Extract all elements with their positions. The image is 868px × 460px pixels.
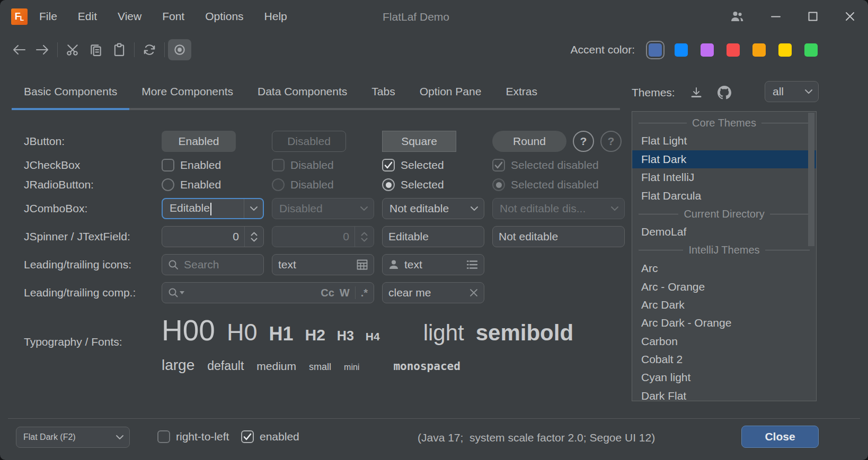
- github-icon[interactable]: [718, 86, 731, 100]
- back-button[interactable]: [7, 39, 31, 60]
- accent-color-swatch[interactable]: [701, 43, 714, 57]
- menu-view[interactable]: View: [118, 10, 141, 23]
- regex-button[interactable]: .*: [361, 287, 368, 299]
- round-button[interactable]: Round: [492, 131, 566, 152]
- editable-textfield[interactable]: Editable: [382, 226, 484, 247]
- checkbox-box[interactable]: [382, 159, 395, 172]
- checkbox-box: [272, 159, 285, 172]
- right-to-left-checkbox[interactable]: right-to-left: [157, 430, 229, 443]
- spinner[interactable]: 0: [162, 226, 264, 247]
- accent-color-swatch[interactable]: [778, 43, 792, 57]
- tab-option-pane[interactable]: Option Pane: [408, 75, 494, 108]
- textfield-value: text: [278, 258, 351, 271]
- accent-color-swatch[interactable]: [649, 43, 662, 57]
- spinner-arrows[interactable]: [244, 227, 263, 247]
- theme-item-cyan-light[interactable]: Cyan light: [632, 368, 816, 386]
- menu-options[interactable]: Options: [205, 10, 243, 23]
- checkbox-enabled[interactable]: Enabled: [162, 159, 264, 172]
- checkbox-selected[interactable]: Selected: [382, 159, 484, 172]
- text-caret: [210, 203, 211, 215]
- maximize-button[interactable]: [808, 11, 818, 22]
- checkbox-label: enabled: [260, 430, 299, 443]
- checkbox-box[interactable]: [157, 430, 170, 443]
- forward-button[interactable]: [31, 39, 54, 60]
- square-button[interactable]: Square: [382, 131, 456, 152]
- themes-label: Themes:: [632, 86, 675, 99]
- themes-filter-combobox[interactable]: all: [765, 81, 819, 102]
- spinner-value[interactable]: 0: [162, 230, 244, 243]
- radio-label: Selected disabled: [511, 178, 599, 191]
- accent-color-swatch[interactable]: [752, 43, 766, 57]
- radio-circle[interactable]: [162, 178, 174, 191]
- tab-basic-components[interactable]: Basic Components: [12, 75, 129, 108]
- not-editable-disabled-combobox: Not editable dis...: [492, 198, 625, 219]
- chevron-down-icon: [804, 89, 813, 94]
- theme-item-arc-orange[interactable]: Arc - Orange: [632, 278, 816, 296]
- close-window-button[interactable]: [845, 11, 855, 22]
- tab-tabs[interactable]: Tabs: [359, 75, 407, 108]
- theme-item-carbon[interactable]: Carbon: [632, 332, 816, 350]
- textfield-value: text: [404, 258, 461, 271]
- checkbox-label: Selected disabled: [511, 159, 599, 172]
- chevron-down-icon[interactable]: [110, 427, 129, 447]
- checkbox-box[interactable]: [162, 159, 174, 172]
- theme-item-flat-dark[interactable]: Flat Dark: [632, 150, 816, 168]
- radio-selected[interactable]: Selected: [382, 178, 484, 191]
- tab-data-components[interactable]: Data Components: [245, 75, 359, 108]
- search-field[interactable]: Search: [162, 254, 264, 275]
- copy-button[interactable]: [84, 39, 108, 60]
- tabbar: Basic Components More Components Data Co…: [12, 75, 620, 110]
- accent-color-swatch[interactable]: [675, 43, 688, 57]
- h0-sample: H0: [227, 319, 258, 346]
- radio-circle[interactable]: [382, 178, 395, 191]
- textfield-with-table-icon[interactable]: text: [272, 254, 374, 275]
- menu-file[interactable]: File: [39, 10, 57, 23]
- checkbox-box[interactable]: [241, 430, 254, 443]
- accent-color-swatch[interactable]: [727, 43, 740, 57]
- menu-font[interactable]: Font: [162, 10, 184, 23]
- show-hidden-toggle[interactable]: [168, 39, 191, 60]
- theme-item-flat-light[interactable]: Flat Light: [632, 132, 816, 150]
- tab-more-components[interactable]: More Components: [129, 75, 245, 108]
- cut-button[interactable]: [61, 39, 84, 60]
- theme-item-cobalt-2[interactable]: Cobalt 2: [632, 350, 816, 368]
- scrollbar-thumb[interactable]: [808, 113, 814, 246]
- close-button[interactable]: Close: [741, 426, 819, 448]
- enabled-button[interactable]: Enabled: [162, 131, 236, 152]
- jradiobutton-row-label: JRadioButton:: [24, 178, 154, 191]
- search-with-options-field[interactable]: Cc W .*: [162, 282, 374, 303]
- refresh-button[interactable]: [138, 39, 161, 60]
- theme-item-flat-intellij[interactable]: Flat IntelliJ: [632, 168, 816, 186]
- theme-item-demolaf[interactable]: DemoLaf: [632, 223, 816, 241]
- theme-item-arc[interactable]: Arc: [632, 259, 816, 277]
- match-case-button[interactable]: Cc: [321, 287, 334, 299]
- lookandfeel-combobox[interactable]: Flat Dark (F2): [16, 427, 130, 448]
- editable-combobox[interactable]: Editable: [162, 198, 264, 219]
- help-button[interactable]: ?: [573, 131, 594, 152]
- tab-extras[interactable]: Extras: [493, 75, 550, 108]
- jspinner-row-label: JSpinner / JTextField:: [24, 230, 154, 243]
- not-editable-combobox[interactable]: Not editable: [382, 198, 484, 219]
- chevron-down-icon[interactable]: [244, 199, 263, 218]
- textfield-with-user-icon[interactable]: text: [382, 254, 484, 275]
- enabled-checkbox[interactable]: enabled: [241, 430, 299, 443]
- theme-item-arc-dark[interactable]: Arc Dark: [632, 296, 816, 314]
- download-theme-icon[interactable]: [690, 86, 703, 99]
- disabled-button: Disabled: [272, 131, 346, 152]
- users-icon[interactable]: [730, 11, 744, 22]
- clearable-textfield[interactable]: clear me: [382, 282, 484, 303]
- search-menu-icon[interactable]: [168, 287, 184, 298]
- lookandfeel-value: Flat Dark (F2): [16, 432, 110, 442]
- chevron-down-icon[interactable]: [465, 199, 484, 219]
- theme-item-flat-darcula[interactable]: Flat Darcula: [632, 187, 816, 205]
- minimize-button[interactable]: [770, 11, 781, 22]
- whole-words-button[interactable]: W: [340, 287, 350, 299]
- theme-item-dark-flat[interactable]: Dark Flat: [632, 387, 816, 401]
- clear-icon[interactable]: [470, 288, 478, 297]
- accent-color-swatch[interactable]: [804, 43, 818, 57]
- paste-button[interactable]: [108, 39, 131, 60]
- menu-help[interactable]: Help: [264, 10, 287, 23]
- theme-item-arc-dark-orange[interactable]: Arc Dark - Orange: [632, 314, 816, 332]
- radio-enabled[interactable]: Enabled: [162, 178, 264, 191]
- menu-edit[interactable]: Edit: [78, 10, 97, 23]
